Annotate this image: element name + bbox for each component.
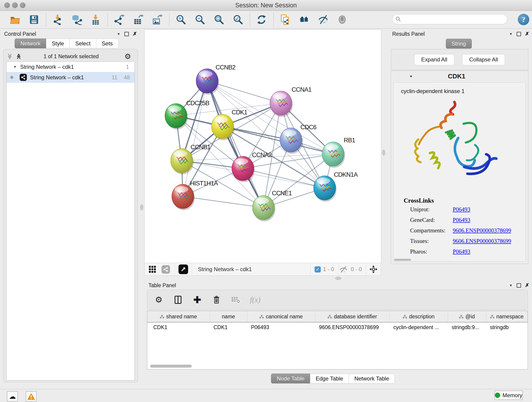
open-session-button[interactable] xyxy=(9,13,21,26)
zoom-in-button[interactable] xyxy=(175,13,186,26)
import-network-button[interactable] xyxy=(52,13,63,26)
table-panel-tabs: Node TableEdge TableNetwork Table xyxy=(271,374,395,383)
horizontal-splitter-handle[interactable] xyxy=(335,277,341,280)
gear-icon[interactable]: ⚙ xyxy=(124,53,131,60)
traffic-light-zoom[interactable] xyxy=(20,2,25,8)
column-header-@id[interactable]: @id xyxy=(448,311,486,322)
tree-caret-icon[interactable]: ▼ xyxy=(13,65,17,69)
grid-view-icon[interactable] xyxy=(147,264,157,275)
collapse-all-button[interactable]: Collapse All xyxy=(462,54,505,65)
help-button[interactable]: ? xyxy=(518,14,529,25)
warning-button[interactable] xyxy=(26,391,37,402)
panel-collapse-icon[interactable]: ▼ xyxy=(509,283,513,287)
panel-close-icon[interactable]: ✗ xyxy=(525,32,529,36)
network-row[interactable]: String Network – cdk1 11 48 xyxy=(7,72,134,83)
warning-icon xyxy=(27,393,35,400)
panel-float-icon[interactable] xyxy=(517,283,521,288)
crosslink-value-link[interactable]: P06493 xyxy=(453,249,470,255)
table-hscrollbar[interactable] xyxy=(150,365,192,368)
panel-float-icon[interactable] xyxy=(124,32,129,36)
network-node-CDK1[interactable]: CDK1 xyxy=(211,109,247,140)
traffic-light-close[interactable] xyxy=(4,2,10,8)
save-session-button[interactable] xyxy=(28,13,40,26)
tab-network[interactable]: Network xyxy=(15,38,46,48)
entry-caret-icon[interactable]: ▼ xyxy=(409,75,413,78)
copy-network-button[interactable] xyxy=(279,13,291,26)
table-cell: stringdb:9... xyxy=(448,324,486,331)
column-header-description[interactable]: description xyxy=(390,311,448,322)
entry-header[interactable]: ▼ CDK1 xyxy=(391,71,528,82)
memory-label: Memory xyxy=(502,392,522,399)
right-splitter-handle[interactable] xyxy=(382,150,385,156)
table-row[interactable]: CDK1CDK1P064939606.ENSP00000378699cyclin… xyxy=(147,322,528,332)
import-database-button[interactable] xyxy=(71,13,82,26)
export-table-button[interactable] xyxy=(133,13,144,26)
results-hscrollbar[interactable] xyxy=(394,259,411,261)
network-node-CDKN1A[interactable]: CDKN1A xyxy=(314,171,358,202)
tab-network-table[interactable]: Network Table xyxy=(349,374,395,383)
selected-count-checkbox[interactable]: ✓ xyxy=(315,266,321,273)
refresh-button[interactable] xyxy=(256,13,267,26)
panel-collapse-icon[interactable]: ▼ xyxy=(509,32,513,36)
houses-button[interactable] xyxy=(298,13,310,26)
columns-icon[interactable] xyxy=(173,294,183,305)
left-splitter-handle[interactable] xyxy=(140,204,143,211)
zoom-selected-button[interactable] xyxy=(232,13,244,26)
show-items-button[interactable] xyxy=(336,13,348,26)
tab-sets[interactable]: Sets xyxy=(96,38,119,48)
collapse-all-icon[interactable]: ≫ xyxy=(7,53,13,59)
arrow-up-right-icon[interactable] xyxy=(178,264,188,274)
memory-button[interactable]: Memory xyxy=(494,390,523,400)
network-edge[interactable] xyxy=(183,196,264,208)
crosslink-value-link[interactable]: 9606.ENSP00000378699 xyxy=(453,238,511,244)
network-node-CDC25B[interactable]: CDC25B xyxy=(165,100,209,129)
network-canvas[interactable]: CCNB2CCNA1CDC25BCDK1CDC6RB1CCNB1CCNA2CDK… xyxy=(144,29,381,263)
control-panel-header: Control Panel ▼ ✗ xyxy=(4,30,137,38)
network-node-CCNE1[interactable]: CCNE1 xyxy=(253,190,292,221)
cloud-button[interactable]: ☁ xyxy=(7,391,18,402)
expand-all-button[interactable]: Expand All xyxy=(414,54,454,65)
expand-all-icon[interactable]: ≪ xyxy=(16,53,22,59)
tab-node-table[interactable]: Node Table xyxy=(271,374,310,383)
column-header-database-identifier[interactable]: database identifier xyxy=(315,311,390,322)
zoom-out-button[interactable] xyxy=(194,13,206,26)
table-gear-icon[interactable]: ⚙ xyxy=(154,294,164,305)
crosslink-value-link[interactable]: 9606.ENSP00000378699 xyxy=(453,227,511,234)
search-input[interactable] xyxy=(402,15,507,24)
export-network-button[interactable] xyxy=(114,13,125,26)
column-header-namespace[interactable]: namespace xyxy=(486,311,528,322)
column-header-canonical-name[interactable]: canonical name xyxy=(247,311,315,322)
panel-collapse-icon[interactable]: ▼ xyxy=(117,32,120,36)
trash-icon[interactable] xyxy=(211,294,222,305)
hide-items-button[interactable] xyxy=(317,13,329,26)
network-node-HIST1H1A[interactable]: HIST1H1A xyxy=(172,180,218,210)
tab-select[interactable]: Select xyxy=(70,38,96,48)
network-edge[interactable] xyxy=(207,81,264,208)
network-edge[interactable] xyxy=(243,168,325,188)
column-header-name[interactable]: name xyxy=(210,311,247,322)
network-collection-row[interactable]: ▼ String Network – cdk1 1 xyxy=(7,62,134,72)
tab-edge-table[interactable]: Edge Table xyxy=(310,374,349,383)
tab-string[interactable]: String xyxy=(446,39,472,49)
network-node-CDC6[interactable]: CDC6 xyxy=(280,124,317,154)
panel-float-icon[interactable] xyxy=(517,32,521,36)
export-image-button[interactable] xyxy=(152,13,163,26)
import-network-icon xyxy=(52,14,63,25)
table-cell: P06493 xyxy=(247,324,315,331)
add-column-icon[interactable]: ✚ xyxy=(192,294,202,305)
share-view-icon[interactable] xyxy=(162,265,170,274)
network-list-toolbar: ≫ ≪ 1 of 1 Network selected ⚙ xyxy=(7,52,134,61)
zoom-fit-button[interactable] xyxy=(213,13,225,26)
tab-style[interactable]: Style xyxy=(46,38,70,48)
network-node-CCNB2[interactable]: CCNB2 xyxy=(196,64,235,95)
crosslink-value-link[interactable]: P06493 xyxy=(453,217,470,223)
panel-close-icon[interactable]: ✗ xyxy=(525,283,529,288)
panel-close-icon[interactable]: ✗ xyxy=(133,32,137,36)
crosshair-icon[interactable] xyxy=(368,264,379,275)
column-header-shared-name[interactable]: shared name xyxy=(147,311,210,322)
import-table-button[interactable] xyxy=(90,13,101,26)
network-edge[interactable] xyxy=(183,81,207,196)
traffic-light-minimize[interactable] xyxy=(12,2,18,8)
network-node-RB1[interactable]: RB1 xyxy=(322,137,355,168)
crosslink-value-link[interactable]: P06493 xyxy=(453,206,470,213)
